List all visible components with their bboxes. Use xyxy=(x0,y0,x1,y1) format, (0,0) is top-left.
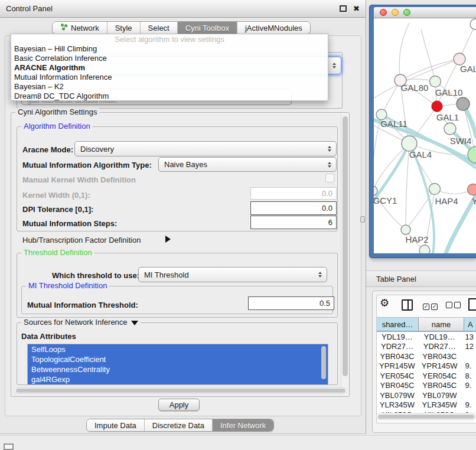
table-row[interactable]: YER054C YER054C 8. xyxy=(377,371,476,381)
cell-shared[interactable]: YER054C xyxy=(377,371,418,380)
popup-item-dream8[interactable]: Dream8 DC_TDC Algorithm xyxy=(11,92,328,101)
mi-steps-field[interactable]: 6 xyxy=(250,216,337,229)
table-row[interactable]: YBR045C YBR045C 9. xyxy=(377,381,476,391)
list-item-topologicalcoefficient[interactable]: TopologicalCoefficient xyxy=(28,354,328,364)
node-hap2[interactable] xyxy=(401,225,410,234)
table-row[interactable]: YDR27… YDR27… 12 xyxy=(377,342,476,352)
hub-definition-label[interactable]: Hub/Transcription Factor Definition xyxy=(22,236,141,244)
cell-name[interactable]: YLR345W xyxy=(418,400,462,409)
cell-value[interactable]: 8. xyxy=(462,371,476,380)
attributes-scrollbar-thumb[interactable] xyxy=(321,346,326,379)
minimize-traffic-light-icon[interactable] xyxy=(392,9,399,16)
split-columns-icon[interactable] xyxy=(402,299,413,311)
close-icon[interactable]: ✖ xyxy=(353,5,360,12)
node-swi4[interactable] xyxy=(444,123,456,135)
node-gal-pink[interactable] xyxy=(454,53,465,65)
network-window-titlebar[interactable] xyxy=(374,7,476,18)
network-canvas[interactable]: GAL GAL80 GAL10 GAL1 GAL11 SWI4 GAL4 GCY… xyxy=(374,18,476,253)
cell-shared[interactable]: YBL079W xyxy=(377,391,418,400)
tab-network[interactable]: Network xyxy=(53,22,107,34)
select-columns-unchecked-icon[interactable] xyxy=(446,301,462,310)
minimized-panel-icon[interactable] xyxy=(4,444,14,450)
tab-select[interactable]: Select xyxy=(140,22,177,34)
column-header-name[interactable]: name xyxy=(419,317,464,332)
mi-threshold-field[interactable]: 0.5 xyxy=(248,296,334,310)
node-salmon[interactable] xyxy=(468,184,476,195)
close-traffic-light-icon[interactable] xyxy=(380,9,387,16)
popup-item-bayesian-k2[interactable]: Bayesian – K2 xyxy=(11,82,328,92)
node-gray[interactable] xyxy=(457,97,470,110)
apply-button[interactable]: Apply xyxy=(158,399,200,411)
list-item-betweennesscentrality[interactable]: BetweennessCentrality xyxy=(28,364,328,374)
column-header-clipped[interactable]: A xyxy=(464,317,476,332)
mi-algorithm-type-combo[interactable]: Naive Bayes xyxy=(158,157,337,172)
cell-shared[interactable]: YDL19… xyxy=(377,332,418,341)
cell-name[interactable]: YPR145W xyxy=(418,361,462,370)
tab-style[interactable]: Style xyxy=(107,22,140,34)
cell-shared[interactable]: YPR145W xyxy=(377,361,418,370)
cell-value[interactable]: 13 xyxy=(462,332,476,341)
list-item-gal4rgexp[interactable]: gal4RGexp xyxy=(28,374,328,384)
table-row[interactable]: YPR145W YPR145W 9. xyxy=(377,361,476,371)
cell-shared[interactable]: YDR27… xyxy=(377,342,418,351)
node-bottom-partial[interactable] xyxy=(419,245,430,253)
combo-arrows-icon xyxy=(332,63,336,69)
cell-name[interactable]: YBR045C xyxy=(418,381,462,390)
aracne-mode-combo[interactable]: Discovery xyxy=(74,141,337,156)
cyni-algorithm-settings-title: Cyni Algorithm Settings xyxy=(15,108,99,116)
sources-title: Sources for Network Inference xyxy=(21,318,141,326)
node-gal1-red[interactable] xyxy=(432,101,442,112)
node-hap4[interactable] xyxy=(429,184,441,195)
settings-scrollbar-thumb[interactable] xyxy=(343,116,348,376)
gear-icon[interactable]: ⚙ xyxy=(380,298,389,308)
cell-name[interactable]: YDL19… xyxy=(418,332,462,341)
table-hscrollbar-thumb[interactable] xyxy=(378,415,474,419)
node-unlabeled-top[interactable] xyxy=(470,19,476,30)
network-graph[interactable]: GAL GAL80 GAL10 GAL1 GAL11 SWI4 GAL4 GCY… xyxy=(374,18,476,253)
cell-name[interactable]: YER054C xyxy=(418,371,462,380)
tab-jactivemnodules[interactable]: jActiveMNodules xyxy=(237,22,310,34)
manual-kernel-width-label: Manual Kernel Width Definition xyxy=(22,175,136,184)
tab-discretize-data[interactable]: Discretize Data xyxy=(144,419,212,431)
tab-cyni-toolbox[interactable]: Cyni Toolbox xyxy=(177,22,237,34)
cell-name[interactable]: YDR27… xyxy=(418,342,462,351)
cell-shared[interactable]: YLR345W xyxy=(377,400,418,409)
cyni-bottom-tabbar: Impute Data Discretize Data Infer Networ… xyxy=(86,419,274,432)
tab-style-label: Style xyxy=(115,24,132,32)
popup-item-bayesian-hill[interactable]: Bayesian – Hill Climbing xyxy=(11,44,328,54)
cell-value[interactable]: 9. xyxy=(462,381,476,390)
cell-name[interactable]: YBL079W xyxy=(418,391,462,400)
tab-infer-network[interactable]: Infer Network xyxy=(212,419,273,431)
column-header-shared-name[interactable]: shared… xyxy=(377,317,419,332)
popup-item-aracne[interactable]: ARACNE Algorithm xyxy=(11,63,328,73)
settings-hscrollbar-thumb[interactable] xyxy=(16,389,345,393)
node-label-swi4: SWI4 xyxy=(450,136,472,146)
cell-value[interactable]: 9. xyxy=(462,400,476,409)
dpi-tolerance-field[interactable]: 0.0 xyxy=(250,201,337,215)
float-window-icon[interactable] xyxy=(340,5,347,12)
table-row[interactable]: YDL19… YDL19… 13 xyxy=(377,332,476,342)
data-attributes-label: Data Attributes xyxy=(21,332,76,341)
select-columns-checked-icon[interactable]: ✓✓ xyxy=(423,301,439,310)
tab-impute-data[interactable]: Impute Data xyxy=(87,419,144,431)
mi-algorithm-type-value: Naive Bayes xyxy=(164,160,207,169)
expand-right-arrow-icon[interactable] xyxy=(165,236,171,243)
cell-shared[interactable]: YBR043C xyxy=(377,352,418,361)
panel-splitter-handle[interactable] xyxy=(360,216,365,223)
table-row[interactable]: YLR345W YLR345W 9. xyxy=(377,400,476,410)
node-gal10[interactable] xyxy=(430,76,441,87)
cell-name[interactable]: YBR043C xyxy=(418,352,462,361)
node-label-gal1: GAL1 xyxy=(436,112,459,122)
collapse-down-arrow-icon[interactable] xyxy=(131,321,138,325)
zoom-traffic-light-icon[interactable] xyxy=(403,9,410,16)
which-threshold-combo[interactable]: MI Threshold xyxy=(138,267,327,282)
table-row[interactable]: YBR043C YBR043C xyxy=(377,351,476,361)
document-icon[interactable] xyxy=(468,298,476,311)
cell-value[interactable]: 9. xyxy=(462,361,476,370)
popup-item-basic-correlation[interactable]: Basic Correlation Inference xyxy=(11,54,328,63)
popup-item-mutual-information[interactable]: Mutual Information Inference xyxy=(11,73,328,82)
cell-shared[interactable]: YBR045C xyxy=(377,381,418,390)
cell-value[interactable]: 12 xyxy=(462,342,476,351)
list-item-selfloops[interactable]: SelfLoops xyxy=(28,344,328,354)
table-row[interactable]: YBL079W YBL079W xyxy=(377,390,476,400)
